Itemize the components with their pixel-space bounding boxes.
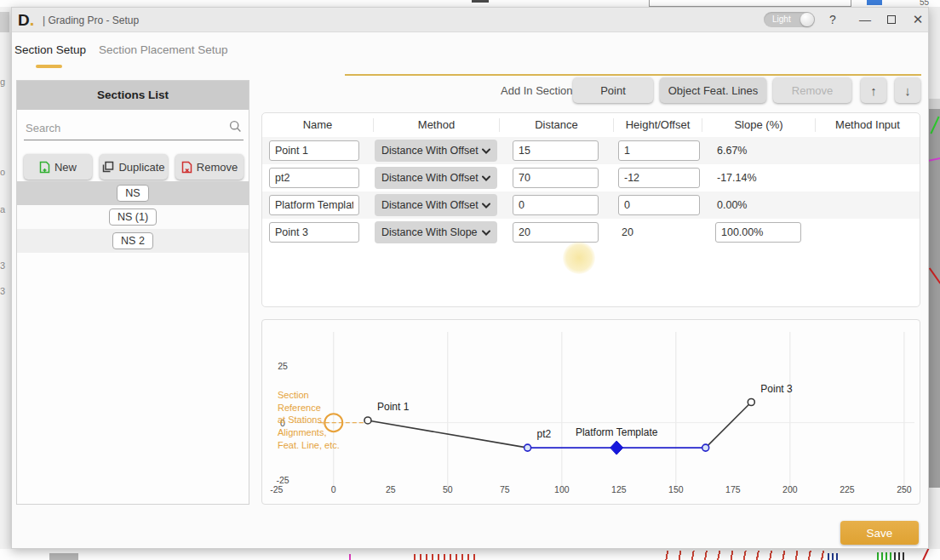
section-name-chip: NS [117,185,148,202]
distance-cell [499,168,613,188]
sections-list-item[interactable]: NS 2 [17,229,249,253]
section-reference-annotation: at Stations, [278,414,324,425]
background-text-fragment: 55 [920,0,929,7]
name-input[interactable] [269,168,359,188]
titlebar[interactable]: D. | Grading Pro - Setup Light ? — ✕ [12,8,928,32]
distance-input[interactable] [513,195,599,215]
height-offset-input[interactable] [618,195,700,215]
height-offset-value: 20 [613,226,633,238]
save-button[interactable]: Save [840,521,919,545]
minimize-button[interactable]: — [855,10,875,29]
maximize-button[interactable] [881,10,902,29]
name-input[interactable] [269,140,359,161]
x-tick-label: 200 [782,484,798,494]
move-up-button[interactable]: ↑ [861,77,886,103]
section-reference-annotation: Feat. Line, etc. [278,440,340,450]
method-dropdown[interactable]: Distance With Offset [375,140,497,162]
help-button[interactable]: ? [822,10,843,29]
section-points-table: Name Method Distance Height/Offset Slope… [261,112,920,307]
search-field-wrap [24,115,244,140]
slope-cell: 6.67% [702,145,815,157]
column-header-distance: Distance [499,118,613,132]
table-row: Distance With Offset-17.14% [262,164,920,191]
tab-section-setup[interactable]: Section Setup [14,43,86,56]
slope-value: -17.14% [702,172,757,184]
new-section-button[interactable]: New [24,154,92,180]
tab-bar: Section Setup Section Placement Setup [12,33,928,72]
search-input[interactable] [26,118,218,137]
distance-input[interactable] [513,168,599,188]
distance-input[interactable] [513,222,599,243]
name-cell [262,168,373,188]
duplicate-icon [102,161,114,173]
profile-segment [706,403,752,449]
slope-cell [702,222,815,243]
background-canvas [929,109,940,488]
slope-cell: -17.14% [702,172,815,184]
sections-list-item[interactable]: NS [17,181,249,205]
name-input[interactable] [269,195,359,215]
method-cell: Distance With Offset [373,194,499,216]
grading-pro-setup-dialog: D. | Grading Pro - Setup Light ? — ✕ Sec… [11,7,929,549]
background-magenta-tick [349,554,351,560]
method-dropdown[interactable]: Distance With Slope [375,221,497,243]
background-app-left-strip: goa33 [0,7,11,549]
sections-list-item[interactable]: NS (1) [17,205,249,229]
active-tab-underline [36,65,62,68]
section-profile-chart: -250255075100125150175200225250250-25Sec… [262,320,920,504]
close-button[interactable]: ✕ [908,10,928,29]
background-red-hatch [656,551,826,560]
chart-point-marker [702,444,709,451]
method-cell: Distance With Offset [373,140,499,162]
background-text-fragment: o [0,167,5,177]
x-tick-label: 75 [500,484,510,494]
platform-diamond-marker [610,441,623,454]
up-arrow-icon: ↑ [870,83,877,98]
height-offset-input[interactable] [618,140,700,161]
section-profile-chart-box: -250255075100125150175200225250250-25Sec… [261,319,920,505]
column-header-method: Method [373,118,499,132]
column-header-method-input: Method Input [815,118,920,132]
tab-section-placement-setup[interactable]: Section Placement Setup [99,43,228,56]
name-cell [262,140,373,161]
x-tick-label: 100 [554,484,570,494]
remove-row-button[interactable]: Remove [773,77,851,103]
chart-point-marker [748,399,754,406]
chart-point-label: Platform Template [576,426,658,438]
background-app-bottom-strip [0,549,940,560]
table-row: Distance With Slope20 [262,219,920,246]
height-offset-input[interactable] [618,168,700,188]
y-tick-label: -25 [276,475,289,485]
distance-input[interactable] [513,140,599,161]
method-dropdown-value: Distance With Offset [381,145,479,157]
add-object-feat-lines-button[interactable]: Object Feat. Lines [660,77,766,103]
slope-cell: 0.00% [702,199,815,211]
slope-input[interactable] [715,222,801,243]
theme-toggle-label: Light [772,14,791,24]
remove-section-button[interactable]: Remove [175,154,244,180]
background-navy-ticks [828,553,840,560]
section-reference-annotation: Alignments, [278,427,326,437]
x-tick-label: -25 [270,484,283,494]
table-row: Distance With Offset0.00% [262,191,920,219]
move-down-button[interactable]: ↓ [895,77,920,103]
duplicate-section-button[interactable]: Duplicate [100,154,168,180]
background-block [0,12,9,32]
name-cell [262,222,373,243]
name-input[interactable] [269,222,359,243]
add-point-button[interactable]: Point [573,77,653,103]
theme-toggle[interactable]: Light [764,12,815,27]
column-header-height-offset: Height/Offset [613,118,702,132]
section-name-chip: NS (1) [109,209,157,226]
method-cell: Distance With Offset [373,167,499,189]
background-app-right-strip [929,7,940,549]
method-dropdown[interactable]: Distance With Offset [375,194,497,216]
chevron-down-icon [482,175,490,181]
height-offset-cell: 20 [613,226,702,238]
points-table-body: Distance With Offset6.67%Distance With O… [262,137,920,246]
new-document-icon [39,161,50,174]
background-app-top-strip: 55 [0,0,940,7]
section-reference-annotation: Reference [278,403,321,413]
method-dropdown[interactable]: Distance With Offset [375,167,497,189]
chevron-down-icon [482,203,490,209]
